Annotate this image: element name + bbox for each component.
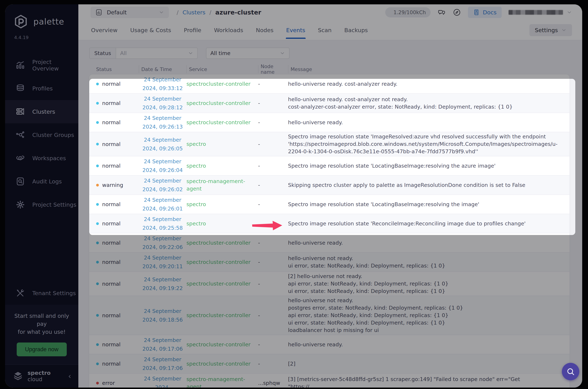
tab-overview[interactable]: Overview bbox=[91, 21, 118, 39]
table-row[interactable]: error24 September2024,spectro-management… bbox=[89, 373, 569, 388]
event-date-link[interactable]: 24 September2024, 09:19:22 bbox=[139, 275, 186, 292]
event-date-link[interactable]: 24 September2024, 09:25:58 bbox=[139, 215, 186, 232]
sidebar-item-cluster-groups[interactable]: Cluster Groups bbox=[5, 123, 78, 147]
project-chart-icon bbox=[95, 9, 103, 16]
sidebar-item-audit-logs[interactable]: Audit Logs bbox=[5, 170, 78, 193]
event-message-cell: hello-universe ready. cost-analyzer not … bbox=[288, 96, 569, 111]
event-node-cell: - bbox=[258, 201, 288, 207]
docs-button[interactable]: Docs bbox=[468, 7, 502, 18]
chevron-down-icon bbox=[280, 51, 285, 56]
event-service-cell: spectrocluster-controller bbox=[186, 80, 258, 88]
upgrade-now-button[interactable]: Upgrade now bbox=[17, 343, 67, 356]
message-line: hello-universe not ready. bbox=[288, 255, 561, 262]
event-node-cell: - bbox=[258, 281, 288, 287]
message-line: [2] hello-universe not ready. bbox=[288, 273, 561, 280]
time-filter[interactable]: All time bbox=[206, 48, 289, 59]
message-line: hello-universe ready. bbox=[288, 239, 561, 247]
status-label: error bbox=[102, 380, 115, 386]
event-date-link[interactable]: 24 September2024, 09:28:12 bbox=[139, 95, 186, 112]
table-row[interactable]: normal24 September2024, 09:17:06spectroc… bbox=[89, 335, 569, 354]
event-date-link[interactable]: 24 September2024, bbox=[139, 374, 186, 388]
event-status-cell: normal bbox=[89, 281, 139, 287]
tab-scan[interactable]: Scan bbox=[318, 21, 332, 39]
sidebar-item-project-overview[interactable]: Project Overview bbox=[5, 54, 78, 77]
event-date-link[interactable]: 24 September2024, 09:26:04 bbox=[139, 157, 186, 174]
event-date-link[interactable]: 24 September2024, 09:33:12 bbox=[139, 75, 186, 93]
search-fab-button[interactable] bbox=[562, 363, 579, 380]
sidebar-item-workspaces[interactable]: Workspaces bbox=[5, 147, 78, 170]
table-row[interactable]: normal24 September2024, 09:19:22spectroc… bbox=[89, 271, 569, 296]
tab-backups[interactable]: Backups bbox=[344, 21, 368, 39]
table-row[interactable]: normal24 September2024, 09:26:13spectroc… bbox=[89, 113, 569, 132]
tab-events[interactable]: Events bbox=[286, 21, 306, 39]
event-node-cell: - bbox=[258, 81, 288, 87]
project-selector[interactable]: Default bbox=[91, 7, 169, 18]
sidebar-collapse-button chevron-left-icon[interactable]: ‹ bbox=[68, 372, 71, 380]
sidebar-item-profiles[interactable]: Profiles bbox=[5, 77, 78, 100]
account-menu[interactable] bbox=[508, 10, 572, 15]
top-bar: Default / Clusters / azure-cluster 1.29/… bbox=[78, 4, 582, 20]
event-date-link[interactable]: 24 September2024, 09:18:56 bbox=[139, 307, 186, 324]
event-status-cell: normal bbox=[89, 221, 139, 227]
chevron-down-icon bbox=[561, 28, 567, 33]
events-content: Status All All time bbox=[78, 40, 582, 388]
date-line1: 24 September bbox=[139, 135, 186, 144]
chat-icon[interactable] bbox=[437, 8, 446, 17]
palette-logo-icon bbox=[13, 14, 29, 30]
status-label: normal bbox=[102, 361, 121, 367]
event-date-link[interactable]: 24 September2024, 09:26:01 bbox=[139, 195, 186, 213]
sidebar-item-label: Workspaces bbox=[32, 155, 66, 162]
settings-button[interactable]: Settings bbox=[530, 24, 572, 36]
tab-usage-costs[interactable]: Usage & Costs bbox=[130, 21, 171, 39]
sidebar-item-tenant-settings[interactable]: Tenant Settings bbox=[5, 282, 78, 305]
table-row[interactable]: normal24 September2024, 09:33:12spectroc… bbox=[89, 74, 569, 93]
message-line: loadbalancer host ip missing for ui bbox=[288, 326, 561, 334]
event-node-cell: - bbox=[258, 182, 288, 188]
table-row[interactable]: normal24 September2024, 09:28:12spectroc… bbox=[89, 93, 569, 113]
tab-workloads[interactable]: Workloads bbox=[214, 21, 244, 39]
table-row[interactable]: warning24 September2024, 09:26:02spectro… bbox=[89, 175, 569, 194]
column-header-status: Status bbox=[89, 65, 139, 73]
date-line1: 24 September bbox=[139, 75, 186, 84]
sidebar-item-clusters[interactable]: Clusters bbox=[5, 100, 78, 123]
table-row[interactable]: normal24 September2024, 09:17:06spectroc… bbox=[89, 354, 569, 373]
sidebar-item-label: Audit Logs bbox=[32, 178, 62, 185]
event-date-link[interactable]: 24 September2024, 09:26:02 bbox=[139, 176, 186, 194]
clusters-icon bbox=[16, 107, 25, 116]
table-row[interactable]: normal24 September2024, 09:26:05spectro-… bbox=[89, 132, 569, 156]
table-row[interactable]: normal24 September2024, 09:26:01spectro-… bbox=[89, 194, 569, 214]
status-filter[interactable]: Status All bbox=[89, 48, 198, 59]
event-date-link[interactable]: 24 September2024, 09:26:13 bbox=[139, 114, 186, 131]
table-row[interactable]: normal24 September2024, 09:26:04spectro-… bbox=[89, 156, 569, 175]
status-label: normal bbox=[102, 312, 121, 319]
status-label: normal bbox=[102, 163, 121, 169]
table-row[interactable]: normal24 September2024, 09:22:06spectroc… bbox=[89, 233, 569, 252]
event-service-cell: spectrocluster-controller bbox=[186, 312, 258, 319]
message-line: ui error, state: NotReady, kind: Deploym… bbox=[288, 288, 561, 295]
breadcrumb-clusters-link[interactable]: Clusters bbox=[182, 9, 205, 16]
table-row[interactable]: normal24 September2024, 09:25:58spectroS… bbox=[89, 214, 569, 233]
tab-profile[interactable]: Profile bbox=[184, 21, 202, 39]
event-date-link[interactable]: 24 September2024, 09:22:06 bbox=[139, 234, 186, 252]
event-message-cell: Spectro image resolution state 'Reconcil… bbox=[288, 220, 569, 227]
compass-icon[interactable] bbox=[453, 8, 461, 17]
event-date-link[interactable]: 24 September2024, 09:17:06 bbox=[139, 355, 186, 372]
status-dot-normal-icon bbox=[96, 261, 99, 263]
sidebar-item-project-settings[interactable]: Project Settings bbox=[5, 193, 78, 216]
sidebar-item-label: Tenant Settings bbox=[32, 290, 76, 296]
layers-icon bbox=[16, 84, 25, 93]
status-dot-error-icon bbox=[96, 382, 99, 385]
event-service-cell: spectrocluster-controller bbox=[186, 280, 258, 288]
status-dot-normal-icon bbox=[96, 282, 99, 285]
event-date-link[interactable]: 24 September2024, 09:17:06 bbox=[139, 336, 186, 353]
event-date-link[interactable]: 24 September2024, 09:26:05 bbox=[139, 135, 186, 153]
event-message-cell: [2] hello-universe not ready.api error, … bbox=[288, 273, 569, 295]
event-service-cell: spectrocluster-controller bbox=[186, 239, 258, 247]
tab-nodes[interactable]: Nodes bbox=[255, 21, 274, 39]
event-date-link[interactable]: 24 September2024, 09:20:11 bbox=[139, 253, 186, 271]
date-line2: 2024, bbox=[139, 383, 186, 388]
event-node-cell: - bbox=[258, 119, 288, 126]
table-row[interactable]: normal24 September2024, 09:18:56spectroc… bbox=[89, 296, 569, 335]
table-row[interactable]: normal24 September2024, 09:20:11spectroc… bbox=[89, 252, 569, 271]
message-line: Spectro image resolution state 'Locating… bbox=[288, 201, 561, 208]
